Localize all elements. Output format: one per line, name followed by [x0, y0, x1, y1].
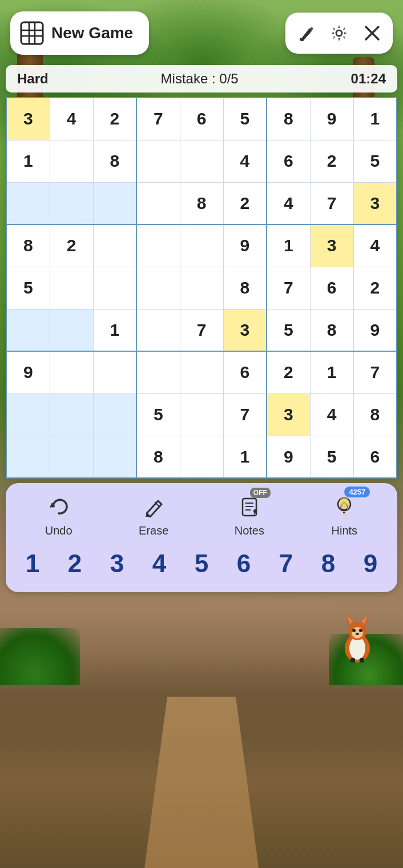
cell-r2-c2[interactable] — [93, 182, 136, 224]
cell-r0-c7[interactable]: 9 — [310, 98, 353, 140]
cell-r7-c3[interactable]: 5 — [136, 393, 180, 436]
paint-button[interactable] — [291, 21, 321, 46]
cell-r8-c0[interactable] — [6, 436, 50, 478]
cell-r3-c2[interactable] — [93, 224, 136, 267]
cell-r5-c8[interactable]: 9 — [353, 309, 397, 351]
num-btn-4[interactable]: 4 — [140, 546, 179, 581]
cell-r6-c4[interactable] — [180, 351, 223, 393]
cell-r4-c7[interactable]: 6 — [310, 267, 353, 309]
num-btn-9[interactable]: 9 — [351, 546, 390, 581]
cell-r2-c3[interactable] — [136, 182, 180, 224]
cell-r6-c8[interactable]: 7 — [353, 351, 397, 393]
cell-r5-c3[interactable] — [136, 309, 180, 351]
cell-r8-c6[interactable]: 9 — [267, 436, 310, 478]
cell-r3-c1[interactable]: 2 — [50, 224, 93, 267]
cell-r6-c0[interactable]: 9 — [6, 351, 50, 393]
cell-r0-c4[interactable]: 6 — [180, 98, 223, 140]
cell-r3-c5[interactable]: 9 — [223, 224, 267, 267]
cell-r2-c6[interactable]: 4 — [267, 182, 310, 224]
cell-r0-c2[interactable]: 2 — [93, 98, 136, 140]
cell-r2-c5[interactable]: 2 — [223, 182, 267, 224]
cell-r8-c7[interactable]: 5 — [310, 436, 353, 478]
notes-label: Notes — [235, 524, 264, 537]
cell-r5-c1[interactable] — [50, 309, 93, 351]
cell-r7-c2[interactable] — [93, 393, 136, 436]
cell-r0-c5[interactable]: 5 — [223, 98, 267, 140]
cell-r0-c3[interactable]: 7 — [136, 98, 180, 140]
num-btn-2[interactable]: 2 — [55, 546, 94, 581]
cell-r6-c2[interactable] — [93, 351, 136, 393]
cell-r2-c1[interactable] — [50, 182, 93, 224]
cell-r1-c8[interactable]: 5 — [353, 140, 397, 182]
cell-r4-c0[interactable]: 5 — [6, 267, 50, 309]
cell-r4-c2[interactable] — [93, 267, 136, 309]
cell-r4-c4[interactable] — [180, 267, 223, 309]
cell-r7-c6[interactable]: 3 — [267, 393, 310, 436]
cell-r7-c8[interactable]: 8 — [353, 393, 397, 436]
cell-r8-c4[interactable] — [180, 436, 223, 478]
num-btn-7[interactable]: 7 — [267, 546, 305, 581]
cell-r6-c3[interactable] — [136, 351, 180, 393]
erase-button[interactable]: Erase — [139, 492, 168, 537]
cell-r3-c4[interactable] — [180, 224, 223, 267]
cell-r3-c6[interactable]: 1 — [267, 224, 310, 267]
cell-r0-c1[interactable]: 4 — [50, 98, 93, 140]
cell-r1-c4[interactable] — [180, 140, 223, 182]
num-btn-3[interactable]: 3 — [98, 546, 136, 581]
num-btn-8[interactable]: 8 — [309, 546, 348, 581]
cell-r6-c5[interactable]: 6 — [223, 351, 267, 393]
new-game-button[interactable]: New Game — [10, 11, 149, 55]
cell-r7-c7[interactable]: 4 — [310, 393, 353, 436]
cell-r4-c5[interactable]: 8 — [223, 267, 267, 309]
undo-button[interactable]: Undo — [45, 492, 73, 537]
cell-r4-c3[interactable] — [136, 267, 180, 309]
cell-r2-c7[interactable]: 7 — [310, 182, 353, 224]
settings-button[interactable] — [324, 21, 354, 46]
cell-r6-c7[interactable]: 1 — [310, 351, 353, 393]
cell-r7-c4[interactable] — [180, 393, 223, 436]
cell-r7-c1[interactable] — [50, 393, 93, 436]
cell-r2-c0[interactable] — [6, 182, 50, 224]
cell-r2-c4[interactable]: 8 — [180, 182, 223, 224]
cell-r8-c5[interactable]: 1 — [223, 436, 267, 478]
cell-r3-c3[interactable] — [136, 224, 180, 267]
num-btn-5[interactable]: 5 — [182, 546, 221, 581]
cell-r5-c2[interactable]: 1 — [93, 309, 136, 351]
cell-r8-c8[interactable]: 6 — [353, 436, 397, 478]
cell-r6-c1[interactable] — [50, 351, 93, 393]
cell-r5-c5[interactable]: 3 — [223, 309, 267, 351]
cell-r1-c5[interactable]: 4 — [223, 140, 267, 182]
cell-r0-c0[interactable]: 3 — [6, 98, 50, 140]
cell-r1-c7[interactable]: 2 — [310, 140, 353, 182]
cell-r4-c8[interactable]: 2 — [353, 267, 397, 309]
num-btn-6[interactable]: 6 — [224, 546, 263, 581]
notes-button[interactable]: OFF Notes — [235, 492, 264, 537]
cell-r5-c4[interactable]: 7 — [180, 309, 223, 351]
cell-r4-c1[interactable] — [50, 267, 93, 309]
cell-r8-c2[interactable] — [93, 436, 136, 478]
hints-button[interactable]: 4257 Hints — [330, 492, 358, 537]
cell-r5-c6[interactable]: 5 — [267, 309, 310, 351]
cell-r1-c1[interactable] — [50, 140, 93, 182]
close-button[interactable] — [357, 21, 387, 46]
cell-r7-c0[interactable] — [6, 393, 50, 436]
cell-r5-c0[interactable] — [6, 309, 50, 351]
cell-r0-c6[interactable]: 8 — [267, 98, 310, 140]
cell-r1-c2[interactable]: 8 — [93, 140, 136, 182]
cell-r5-c7[interactable]: 8 — [310, 309, 353, 351]
cell-r6-c6[interactable]: 2 — [267, 351, 310, 393]
num-btn-1[interactable]: 1 — [13, 546, 52, 581]
cell-r1-c0[interactable]: 1 — [6, 140, 50, 182]
cell-r3-c0[interactable]: 8 — [6, 224, 50, 267]
cell-r3-c8[interactable]: 4 — [353, 224, 397, 267]
cell-r1-c3[interactable] — [136, 140, 180, 182]
cell-r7-c5[interactable]: 7 — [223, 393, 267, 436]
cell-r4-c6[interactable]: 7 — [267, 267, 310, 309]
cell-r2-c8[interactable]: 3 — [353, 182, 397, 224]
cell-r8-c3[interactable]: 8 — [136, 436, 180, 478]
cell-r3-c7[interactable]: 3 — [310, 224, 353, 267]
cell-r0-c8[interactable]: 1 — [353, 98, 397, 140]
cell-r1-c6[interactable]: 6 — [267, 140, 310, 182]
cell-r8-c1[interactable] — [50, 436, 93, 478]
notes-wrapper: OFF Notes — [235, 492, 264, 537]
